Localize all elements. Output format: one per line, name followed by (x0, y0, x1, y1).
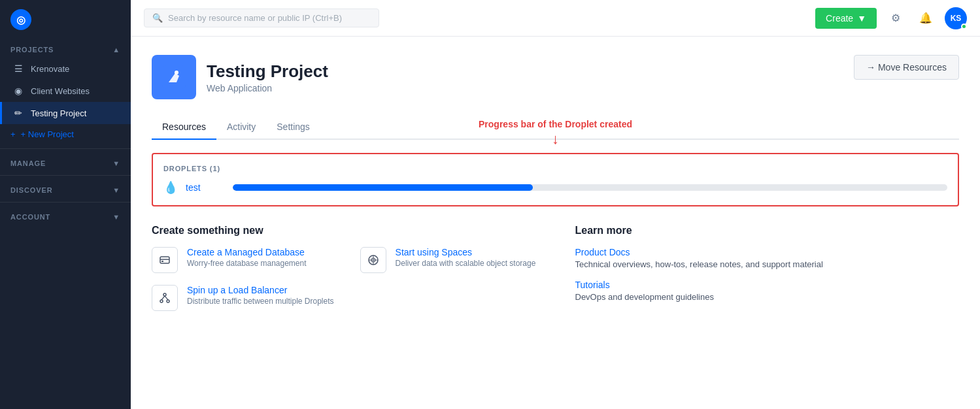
projects-chevron-icon: ▲ (112, 46, 120, 54)
learn-section-heading: Learn more (575, 225, 960, 237)
notifications-button[interactable]: 🔔 (915, 7, 937, 29)
create-load-balancer[interactable]: Spin up a Load Balancer Distribute traff… (152, 285, 334, 311)
move-resources-label: → Move Resources (866, 62, 947, 73)
move-resources-button[interactable]: → Move Resources (854, 55, 959, 80)
create-section: Create something new (152, 225, 536, 323)
spaces-icon (360, 247, 386, 273)
avatar-initials: KS (951, 14, 962, 23)
sidebar-item-testing-project[interactable]: ✏ Testing Project (0, 102, 131, 124)
settings-button[interactable]: ⚙ (885, 7, 907, 29)
create-items-row: Create a Managed Database Worry-free dat… (152, 247, 536, 323)
create-load-balancer-title: Spin up a Load Balancer (187, 285, 334, 295)
topbar: 🔍 Search by resource name or public IP (… (131, 0, 980, 37)
sidebar-item-client-websites[interactable]: ◉ Client Websites (0, 80, 131, 102)
logo-icon: ◎ (10, 9, 31, 30)
tabs: Resources Activity Settings (152, 115, 959, 140)
manage-chevron-icon: ▼ (112, 159, 120, 167)
search-placeholder: Search by resource name or public IP (Ct… (168, 13, 342, 23)
sidebar-item-label: Client Websites (31, 86, 90, 96)
create-chevron-icon: ▼ (857, 13, 866, 24)
project-header: Testing Project Web Application → Move R… (152, 55, 959, 99)
testing-project-icon: ✏ (12, 107, 24, 119)
droplets-wrapper: Progress bar of the Droplet created ↓ DR… (152, 153, 959, 206)
create-load-balancer-text: Spin up a Load Balancer Distribute traff… (187, 285, 334, 306)
search-icon: 🔍 (152, 13, 163, 23)
svg-point-7 (167, 300, 169, 303)
table-row: 💧 test (163, 180, 947, 195)
new-project-icon: + (10, 129, 16, 139)
sidebar-divider-3 (0, 202, 131, 203)
tutorials-desc: DevOps and development guidelines (575, 292, 960, 302)
svg-point-5 (163, 293, 166, 296)
search-bar[interactable]: 🔍 Search by resource name or public IP (… (144, 8, 379, 27)
tab-resources[interactable]: Resources (152, 115, 216, 140)
bottom-grid: Create something new (152, 225, 959, 323)
project-title: Testing Project (207, 61, 328, 82)
sidebar-item-label: Testing Project (31, 108, 86, 118)
account-section-header[interactable]: ACCOUNT ▼ (0, 206, 131, 225)
progress-bar-container (233, 184, 947, 191)
create-items-right: Start using Spaces Deliver data with sca… (360, 247, 536, 323)
create-load-balancer-desc: Distribute traffic between multiple Drop… (187, 297, 334, 306)
main-content: 🔍 Search by resource name or public IP (… (131, 0, 980, 409)
create-button[interactable]: Create ▼ (815, 8, 877, 29)
new-project-button[interactable]: + + New Project (0, 124, 131, 144)
svg-line-9 (165, 296, 168, 300)
project-text: Testing Project Web Application (207, 61, 328, 93)
droplet-name[interactable]: test (186, 182, 225, 193)
sidebar: ◎ PROJECTS ▲ ☰ Krenovate ◉ Client Websit… (0, 0, 131, 409)
create-managed-db-title: Create a Managed Database (187, 247, 307, 257)
create-section-heading: Create something new (152, 225, 536, 237)
svg-rect-2 (160, 257, 169, 263)
load-balancer-icon (152, 285, 178, 311)
svg-point-1 (175, 71, 178, 74)
projects-section-header[interactable]: PROJECTS ▲ (0, 39, 131, 57)
create-spaces[interactable]: Start using Spaces Deliver data with sca… (360, 247, 536, 273)
create-managed-db-text: Create a Managed Database Worry-free dat… (187, 247, 307, 268)
account-chevron-icon: ▼ (112, 213, 120, 221)
discover-section-header[interactable]: DISCOVER ▼ (0, 180, 131, 198)
product-docs-title: Product Docs (575, 247, 960, 257)
account-section-label: ACCOUNT (10, 213, 50, 221)
product-docs-desc: Technical overviews, how-tos, release no… (575, 259, 960, 269)
create-spaces-desc: Deliver data with scalable object storag… (396, 259, 536, 268)
manage-section-label: MANAGE (10, 159, 46, 167)
learn-tutorials[interactable]: Tutorials DevOps and development guideli… (575, 280, 960, 302)
create-managed-db-desc: Worry-free database management (187, 259, 307, 268)
sidebar-divider-1 (0, 148, 131, 149)
tab-activity[interactable]: Activity (216, 115, 266, 140)
new-project-label: + New Project (21, 129, 74, 139)
create-spaces-text: Start using Spaces Deliver data with sca… (396, 247, 536, 268)
projects-section-label: PROJECTS (10, 46, 54, 54)
project-subtitle: Web Application (207, 83, 328, 93)
droplets-label: DROPLETS (1) (163, 165, 947, 172)
tab-settings[interactable]: Settings (266, 115, 320, 140)
create-managed-db[interactable]: Create a Managed Database Worry-free dat… (152, 247, 334, 273)
sidebar-item-krenovate[interactable]: ☰ Krenovate (0, 57, 131, 80)
krenovate-icon: ☰ (12, 63, 24, 74)
sidebar-item-label: Krenovate (31, 64, 69, 74)
create-spaces-title: Start using Spaces (396, 247, 536, 257)
sidebar-logo[interactable]: ◎ (0, 0, 131, 39)
discover-section-label: DISCOVER (10, 186, 53, 194)
gear-icon: ⚙ (891, 12, 900, 24)
droplets-section: DROPLETS (1) 💧 test (152, 153, 959, 206)
avatar[interactable]: KS (945, 7, 967, 29)
bell-icon: 🔔 (919, 12, 932, 24)
create-items-left: Create a Managed Database Worry-free dat… (152, 247, 334, 323)
database-icon (152, 247, 178, 273)
project-info: Testing Project Web Application (152, 55, 328, 99)
avatar-status-dot (961, 24, 967, 29)
create-label: Create (826, 13, 853, 24)
progress-bar-fill (233, 184, 533, 191)
svg-rect-4 (161, 261, 163, 262)
svg-line-8 (161, 296, 165, 300)
client-websites-icon: ◉ (12, 85, 24, 97)
manage-section-header[interactable]: MANAGE ▼ (0, 153, 131, 171)
learn-section: Learn more Product Docs Technical overvi… (575, 225, 960, 323)
svg-point-6 (160, 300, 163, 303)
project-icon (152, 55, 196, 99)
discover-chevron-icon: ▼ (112, 186, 120, 194)
content-area: Testing Project Web Application → Move R… (131, 37, 980, 409)
learn-product-docs[interactable]: Product Docs Technical overviews, how-to… (575, 247, 960, 269)
